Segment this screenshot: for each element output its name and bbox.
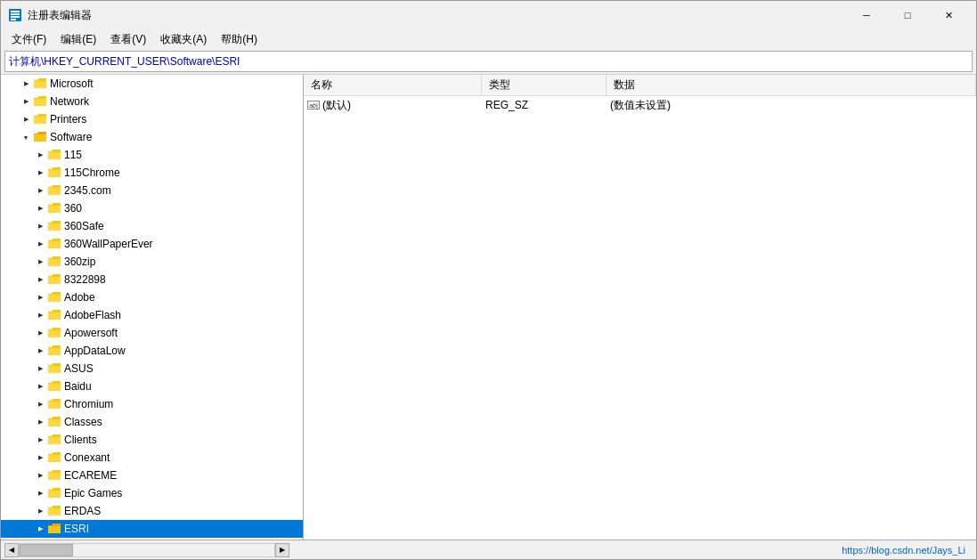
tree-item-esri[interactable]: ESRI [1,520,303,538]
menu-view[interactable]: 查看(V) [103,30,153,49]
close-button[interactable]: ✕ [928,1,969,29]
expand-arrow-360wallpaperever[interactable] [33,237,47,251]
expand-arrow-erdas[interactable] [33,504,47,518]
tree-item-network[interactable]: Network [1,93,303,110]
tree-item-360[interactable]: 360 [1,199,303,217]
expand-arrow-360safe[interactable] [33,219,47,233]
tree-label-baidu: Baidu [64,380,92,393]
expand-arrow-chromium[interactable] [33,397,47,411]
right-panel: 名称 类型 数据 ab| (默认) REG_SZ (数值未设置) [304,75,976,540]
tree-label-360wallpaperever: 360WallPaperEver [64,238,153,250]
tree-item-epicgames[interactable]: Epic Games [1,484,303,502]
col-header-name: 名称 [304,75,482,95]
window-controls: ─ □ ✕ [846,1,969,29]
main-content: Microsoft Network [1,74,976,540]
horizontal-scrollbar[interactable]: ◀ ▶ [4,543,289,557]
tree-item-ecareme[interactable]: ECAREME [1,467,303,484]
tree-label-115chrome: 115Chrome [64,166,120,179]
maximize-button[interactable]: □ [887,1,928,29]
tree-item-clients[interactable]: Clients [1,431,303,449]
folder-icon-adobe [47,290,61,304]
expand-arrow-8322898[interactable] [33,272,47,287]
expand-arrow-apowersoft[interactable] [33,326,47,340]
expand-arrow-asus[interactable] [33,361,47,376]
tree-label-360zip: 360zip [64,256,95,268]
menu-file[interactable]: 文件(F) [4,30,53,49]
tree-label-8322898: 8322898 [64,273,106,286]
expand-arrow-software[interactable] [19,130,33,144]
expand-arrow-adobeflash[interactable] [33,308,47,322]
svg-rect-2 [11,13,20,15]
tree-item-appdatalow[interactable]: AppDataLow [1,342,303,360]
expand-arrow-clients[interactable] [33,433,47,447]
tree-item-115chrome[interactable]: 115Chrome [1,164,303,182]
tree-label-printers: Printers [50,113,86,126]
expand-arrow-network[interactable] [19,94,33,109]
tree-item-360safe[interactable]: 360Safe [1,217,303,235]
ab-icon: ab| [307,101,320,110]
expand-arrow-360zip[interactable] [33,255,47,269]
tree-item-software[interactable]: Software [1,128,303,146]
status-bar: ◀ ▶ https://blog.csdn.net/Jays_Li [1,540,976,559]
folder-icon-baidu [47,379,61,394]
folder-icon-115 [47,148,61,162]
expand-arrow-360[interactable] [33,201,47,215]
folder-icon-printers [33,112,47,126]
expand-arrow-115chrome[interactable] [33,166,47,180]
expand-arrow-printers[interactable] [19,112,33,126]
svg-rect-1 [11,11,20,12]
tree-item-115[interactable]: 115 [1,146,303,164]
expand-arrow-microsoft[interactable] [19,77,33,91]
expand-arrow-esri[interactable] [33,522,47,536]
expand-arrow-conexant[interactable] [33,450,47,465]
minimize-button[interactable]: ─ [846,1,887,29]
tree-item-adobe[interactable]: Adobe [1,288,303,306]
tree-item-classes[interactable]: Classes [1,413,303,431]
tree-scroll[interactable]: Microsoft Network [1,75,303,540]
expand-arrow-2345com[interactable] [33,183,47,198]
reg-name-default: ab| (默认) [304,98,482,113]
tree-item-8322898[interactable]: 8322898 [1,271,303,288]
expand-arrow-ecareme[interactable] [33,468,47,483]
scroll-track[interactable] [19,543,275,557]
tree-label-apowersoft: Apowersoft [64,327,118,339]
scroll-right-btn[interactable]: ▶ [275,543,289,557]
tree-item-asus[interactable]: ASUS [1,360,303,377]
expand-arrow-classes[interactable] [33,415,47,429]
address-text: 计算机\HKEY_CURRENT_USER\Software\ESRI [9,54,240,69]
expand-arrow-baidu[interactable] [33,379,47,394]
folder-icon-erdas [47,504,61,518]
folder-icon-360wallpaperever [47,237,61,251]
tree-label-asus: ASUS [64,362,94,375]
tree-label-appdatalow: AppDataLow [64,345,126,357]
scroll-left-btn[interactable]: ◀ [4,543,19,557]
tree-label-ecareme: ECAREME [64,469,117,482]
folder-icon-software [33,130,47,144]
tree-item-2345com[interactable]: 2345.com [1,182,303,199]
expand-arrow-appdatalow[interactable] [33,344,47,358]
tree-item-adobeflash[interactable]: AdobeFlash [1,306,303,324]
tree-item-360wallpaperever[interactable]: 360WallPaperEver [1,235,303,253]
tree-item-printers[interactable]: Printers [1,110,303,128]
tree-item-erdas[interactable]: ERDAS [1,502,303,520]
tree-item-apowersoft[interactable]: Apowersoft [1,324,303,342]
expand-arrow-adobe[interactable] [33,290,47,304]
tree-item-microsoft[interactable]: Microsoft [1,75,303,93]
menu-help[interactable]: 帮助(H) [214,30,265,49]
scroll-thumb[interactable] [20,544,73,556]
tree-item-conexant[interactable]: Conexant [1,449,303,467]
tree-item-360zip[interactable]: 360zip [1,253,303,271]
expand-arrow-115[interactable] [33,148,47,162]
folder-icon-network [33,94,47,109]
registry-row-default[interactable]: ab| (默认) REG_SZ (数值未设置) [304,96,976,114]
window-title: 注册表编辑器 [28,8,846,23]
menu-favorites[interactable]: 收藏夹(A) [153,30,214,49]
tree-item-chromium[interactable]: Chromium [1,395,303,413]
right-header: 名称 类型 数据 [304,75,976,96]
tree-item-baidu[interactable]: Baidu [1,377,303,395]
expand-arrow-epicgames[interactable] [33,486,47,500]
menu-edit[interactable]: 编辑(E) [53,30,103,49]
menu-bar: 文件(F) 编辑(E) 查看(V) 收藏夹(A) 帮助(H) [1,29,976,49]
col-header-type: 类型 [482,75,607,95]
folder-icon-clients [47,433,61,447]
